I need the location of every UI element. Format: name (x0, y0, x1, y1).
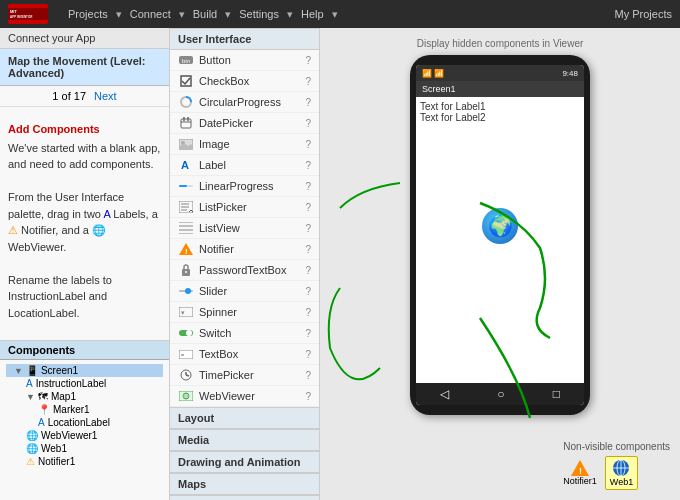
phone-frame: 📶 📶 9:48 Screen1 Text for Label1 Text fo… (410, 55, 590, 415)
nav-projects[interactable]: Projects (60, 8, 116, 20)
phone-title-bar: Screen1 (416, 81, 584, 97)
main-layout: Connect your App Map the Movement (Level… (0, 28, 680, 500)
palette-item-passwordtextbox[interactable]: PasswordTextBox ? (170, 260, 319, 281)
tree-label: Notifier1 (38, 456, 75, 467)
help-icon[interactable]: ? (305, 160, 311, 171)
phone-screen: 📶 📶 9:48 Screen1 Text for Label1 Text fo… (416, 65, 584, 405)
my-projects-link[interactable]: My Projects (615, 8, 672, 20)
tree-label: Map1 (51, 391, 76, 402)
palette-item-slider[interactable]: Slider ? (170, 281, 319, 302)
svg-line-38 (186, 375, 189, 376)
palette-item-circularprogress[interactable]: CircularProgress ? (170, 92, 319, 113)
palette-item-listpicker[interactable]: ListPicker ? (170, 197, 319, 218)
webviewer-palette-icon (178, 388, 194, 404)
tree-item-marker1[interactable]: 📍 Marker1 (6, 403, 163, 416)
help-icon[interactable]: ? (305, 391, 311, 402)
tree-item-notifier1[interactable]: ⚠ Notifier1 (6, 455, 163, 468)
help-icon[interactable]: ? (305, 118, 311, 129)
components-tree: ▼ 📱 Screen1 A InstructionLabel ▼ 🗺 Map1 … (0, 360, 169, 490)
help-icon[interactable]: ? (305, 181, 311, 192)
help-icon[interactable]: ? (305, 139, 311, 150)
timepicker-icon (178, 367, 194, 383)
palette-item-label: Slider (199, 285, 227, 297)
palette-item-button[interactable]: btn Button ? (170, 50, 319, 71)
nav-connect[interactable]: Connect (122, 8, 179, 20)
listview-icon (178, 220, 194, 236)
palette-item-webviewer[interactable]: WebViewer ? (170, 386, 319, 407)
tree-item-map1[interactable]: ▼ 🗺 Map1 (6, 390, 163, 403)
connect-bar[interactable]: Connect your App (0, 28, 169, 49)
tree-label: InstructionLabel (36, 378, 107, 389)
home-button[interactable]: ○ (497, 387, 504, 401)
nav-build[interactable]: Build (185, 8, 225, 20)
notifier-icon-tree: ⚠ (26, 456, 35, 467)
help-icon[interactable]: ? (305, 202, 311, 213)
palette-section-drawing[interactable]: Drawing and Animation (170, 451, 319, 473)
nav-settings[interactable]: Settings (231, 8, 287, 20)
palette-section-layout[interactable]: Layout (170, 407, 319, 429)
palette-item-textbox[interactable]: TextBox ? (170, 344, 319, 365)
nv-notifier-label: Notifier1 (563, 476, 597, 486)
help-icon[interactable]: ? (305, 328, 311, 339)
tutorial-p3: Rename the labels to InstructionLabel an… (8, 272, 161, 322)
palette-item-label[interactable]: A Label ? (170, 155, 319, 176)
palette-item-timepicker[interactable]: TimePicker ? (170, 365, 319, 386)
tree-item-screen1[interactable]: ▼ 📱 Screen1 (6, 364, 163, 377)
phone-label2: Text for Label2 (420, 112, 580, 123)
non-visible-label: Non-visible components (563, 441, 670, 452)
tutorial-content: Add Components We've started with a blan… (0, 107, 169, 340)
help-icon[interactable]: ? (305, 223, 311, 234)
back-button[interactable]: ◁ (440, 387, 449, 401)
help-icon[interactable]: ? (305, 55, 311, 66)
palette-item-linearprogress[interactable]: LinearProgress ? (170, 176, 319, 197)
tutorial-next-link[interactable]: Next (94, 90, 117, 102)
notifier-palette-icon: ! (178, 241, 194, 257)
button-icon: btn (178, 52, 194, 68)
linearprogress-icon (178, 178, 194, 194)
svg-text:btn: btn (182, 58, 190, 64)
tree-item-web1[interactable]: 🌐 Web1 (6, 442, 163, 455)
textbox-icon (178, 346, 194, 362)
palette-item-switch[interactable]: Switch ? (170, 323, 319, 344)
palette-item-spinner[interactable]: ▾ Spinner ? (170, 302, 319, 323)
palette-item-checkbox[interactable]: CheckBox ? (170, 71, 319, 92)
palette-item-listview[interactable]: ListView ? (170, 218, 319, 239)
palette-section-ui[interactable]: User Interface (170, 28, 319, 50)
viewer-panel: Display hidden components in Viewer 📶 📶 … (320, 28, 680, 500)
help-icon[interactable]: ? (305, 286, 311, 297)
help-icon[interactable]: ? (305, 244, 311, 255)
nav-help[interactable]: Help (293, 8, 332, 20)
help-icon[interactable]: ? (305, 265, 311, 276)
palette-panel: User Interface btn Button ? CheckBox ? (170, 28, 320, 500)
palette-item-datepicker[interactable]: DatePicker ? (170, 113, 319, 134)
palette-item-image[interactable]: Image ? (170, 134, 319, 155)
map-icon: 🗺 (38, 391, 48, 402)
help-icon[interactable]: ? (305, 349, 311, 360)
palette-item-label: ListPicker (199, 201, 247, 213)
tutorial-nav: 1 of 17 Next (0, 86, 169, 107)
palette-section-charts[interactable]: Charts (170, 495, 319, 500)
palette-item-label: Notifier (199, 243, 234, 255)
help-icon[interactable]: ? (305, 97, 311, 108)
recent-button[interactable]: □ (553, 387, 560, 401)
phone-label1: Text for Label1 (420, 101, 580, 112)
phone-nav-bar: ◁ ○ □ (416, 383, 584, 405)
palette-section-maps[interactable]: Maps (170, 473, 319, 495)
svg-rect-15 (179, 185, 187, 187)
tree-arrow: ▼ (26, 392, 35, 402)
tree-item-instructionlabel[interactable]: A InstructionLabel (6, 377, 163, 390)
globe-icon: 🌍 (482, 208, 518, 244)
help-icon[interactable]: ? (305, 370, 311, 381)
webviewer-icon: 🌐 (26, 430, 38, 441)
switch-icon (178, 325, 194, 341)
tree-item-webviewer1[interactable]: 🌐 WebViewer1 (6, 429, 163, 442)
tree-item-locationlabel[interactable]: A LocationLabel (6, 416, 163, 429)
nv-item-notifier1[interactable]: ! Notifier1 (563, 460, 597, 486)
palette-item-label: Switch (199, 327, 231, 339)
help-icon[interactable]: ? (305, 76, 311, 87)
palette-section-media[interactable]: Media (170, 429, 319, 451)
nv-item-web1[interactable]: Web1 (605, 456, 638, 490)
palette-item-notifier[interactable]: ! Notifier ? (170, 239, 319, 260)
help-icon[interactable]: ? (305, 307, 311, 318)
palette-item-label: CheckBox (199, 75, 249, 87)
